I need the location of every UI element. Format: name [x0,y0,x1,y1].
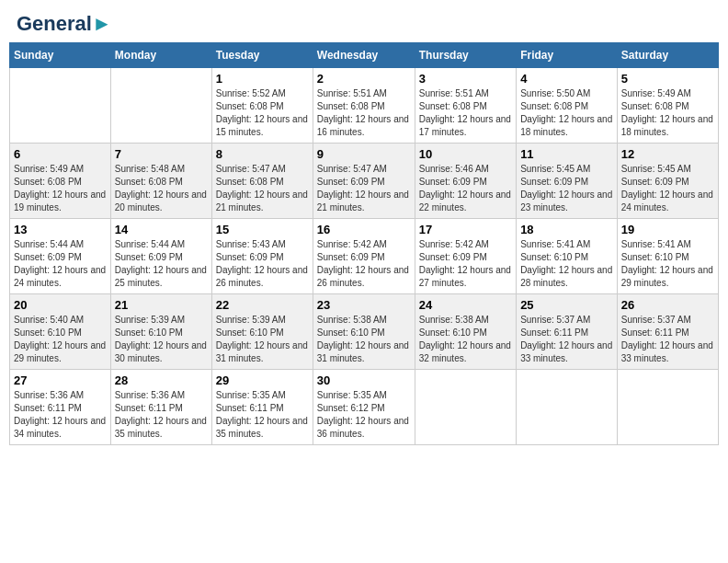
day-info: Sunrise: 5:51 AMSunset: 6:08 PMDaylight:… [419,87,512,139]
day-number: 14 [115,223,208,236]
day-number: 23 [317,298,411,312]
weekday-header-sunday: Sunday [10,43,111,68]
weekday-header-tuesday: Tuesday [211,43,313,68]
day-number: 4 [520,72,613,86]
calendar-cell [10,68,111,144]
calendar-cell: 16Sunrise: 5:42 AMSunset: 6:09 PMDayligh… [313,219,415,294]
calendar-cell: 30Sunrise: 5:35 AMSunset: 6:12 PMDayligh… [313,370,415,445]
day-info: Sunrise: 5:44 AMSunset: 6:09 PMDaylight:… [14,238,107,290]
day-number: 13 [14,223,107,236]
day-number: 25 [520,298,613,312]
calendar-cell: 6Sunrise: 5:49 AMSunset: 6:08 PMDaylight… [10,144,111,219]
day-info: Sunrise: 5:41 AMSunset: 6:10 PMDaylight:… [621,238,714,290]
calendar-week-4: 20Sunrise: 5:40 AMSunset: 6:10 PMDayligh… [10,294,719,370]
day-info: Sunrise: 5:38 AMSunset: 6:10 PMDaylight:… [419,314,512,365]
day-number: 30 [317,373,411,387]
day-info: Sunrise: 5:39 AMSunset: 6:10 PMDaylight:… [216,314,309,365]
day-number: 3 [419,72,512,86]
calendar-week-5: 27Sunrise: 5:36 AMSunset: 6:11 PMDayligh… [10,370,719,445]
day-info: Sunrise: 5:43 AMSunset: 6:09 PMDaylight:… [216,238,309,290]
calendar-cell: 21Sunrise: 5:39 AMSunset: 6:10 PMDayligh… [110,294,211,370]
day-info: Sunrise: 5:42 AMSunset: 6:09 PMDaylight:… [419,238,512,290]
calendar-cell: 19Sunrise: 5:41 AMSunset: 6:10 PMDayligh… [617,219,718,294]
calendar-cell [517,370,618,445]
calendar-cell: 28Sunrise: 5:36 AMSunset: 6:11 PMDayligh… [110,370,211,445]
day-info: Sunrise: 5:35 AMSunset: 6:12 PMDaylight:… [317,389,411,441]
day-number: 5 [621,72,714,86]
day-info: Sunrise: 5:36 AMSunset: 6:11 PMDaylight:… [115,389,208,441]
page-header: General► [9,9,719,35]
calendar-cell: 2Sunrise: 5:51 AMSunset: 6:08 PMDaylight… [313,68,415,144]
calendar-cell: 26Sunrise: 5:37 AMSunset: 6:11 PMDayligh… [617,294,718,370]
calendar-cell: 10Sunrise: 5:46 AMSunset: 6:09 PMDayligh… [415,144,516,219]
calendar-cell: 9Sunrise: 5:47 AMSunset: 6:09 PMDaylight… [313,144,415,219]
calendar-cell: 18Sunrise: 5:41 AMSunset: 6:10 PMDayligh… [517,219,618,294]
day-info: Sunrise: 5:36 AMSunset: 6:11 PMDaylight:… [14,389,107,441]
calendar-cell: 29Sunrise: 5:35 AMSunset: 6:11 PMDayligh… [211,370,313,445]
day-number: 17 [419,223,512,236]
day-number: 21 [115,298,208,312]
day-number: 15 [216,223,309,236]
day-number: 8 [216,147,309,161]
day-number: 9 [317,147,411,161]
calendar-cell: 4Sunrise: 5:50 AMSunset: 6:08 PMDaylight… [517,68,618,144]
weekday-header-friday: Friday [517,43,618,68]
day-info: Sunrise: 5:51 AMSunset: 6:08 PMDaylight:… [317,87,411,139]
day-number: 18 [520,223,613,236]
calendar-cell: 12Sunrise: 5:45 AMSunset: 6:09 PMDayligh… [617,144,718,219]
weekday-header-row: SundayMondayTuesdayWednesdayThursdayFrid… [10,43,719,68]
calendar-cell: 1Sunrise: 5:52 AMSunset: 6:08 PMDaylight… [211,68,313,144]
day-number: 19 [621,223,714,236]
weekday-header-thursday: Thursday [415,43,516,68]
calendar-cell: 24Sunrise: 5:38 AMSunset: 6:10 PMDayligh… [415,294,516,370]
day-number: 27 [14,373,107,387]
day-info: Sunrise: 5:42 AMSunset: 6:09 PMDaylight:… [317,238,411,290]
calendar-cell: 17Sunrise: 5:42 AMSunset: 6:09 PMDayligh… [415,219,516,294]
calendar-table: SundayMondayTuesdayWednesdayThursdayFrid… [9,42,719,445]
calendar-cell [415,370,516,445]
day-number: 6 [14,147,107,161]
day-number: 11 [520,147,613,161]
day-number: 16 [317,223,411,236]
day-info: Sunrise: 5:38 AMSunset: 6:10 PMDaylight:… [317,314,411,365]
day-info: Sunrise: 5:35 AMSunset: 6:11 PMDaylight:… [216,389,309,441]
day-number: 12 [621,147,714,161]
calendar-cell [110,68,211,144]
calendar-cell: 14Sunrise: 5:44 AMSunset: 6:09 PMDayligh… [110,219,211,294]
calendar-cell: 13Sunrise: 5:44 AMSunset: 6:09 PMDayligh… [10,219,111,294]
day-info: Sunrise: 5:44 AMSunset: 6:09 PMDaylight:… [115,238,208,290]
day-number: 10 [419,147,512,161]
day-number: 26 [621,298,714,312]
calendar-cell [617,370,718,445]
calendar-week-1: 1Sunrise: 5:52 AMSunset: 6:08 PMDaylight… [10,68,719,144]
day-info: Sunrise: 5:49 AMSunset: 6:08 PMDaylight:… [621,87,714,139]
day-number: 1 [216,72,309,86]
day-info: Sunrise: 5:37 AMSunset: 6:11 PMDaylight:… [520,314,613,365]
calendar-cell: 23Sunrise: 5:38 AMSunset: 6:10 PMDayligh… [313,294,415,370]
day-info: Sunrise: 5:39 AMSunset: 6:10 PMDaylight:… [115,314,208,365]
calendar-cell: 11Sunrise: 5:45 AMSunset: 6:09 PMDayligh… [517,144,618,219]
calendar-cell: 8Sunrise: 5:47 AMSunset: 6:08 PMDaylight… [211,144,313,219]
calendar-week-3: 13Sunrise: 5:44 AMSunset: 6:09 PMDayligh… [10,219,719,294]
day-number: 22 [216,298,309,312]
day-info: Sunrise: 5:45 AMSunset: 6:09 PMDaylight:… [520,163,613,214]
day-info: Sunrise: 5:48 AMSunset: 6:08 PMDaylight:… [115,163,208,214]
calendar-week-2: 6Sunrise: 5:49 AMSunset: 6:08 PMDaylight… [10,144,719,219]
day-info: Sunrise: 5:47 AMSunset: 6:09 PMDaylight:… [317,163,411,214]
calendar-cell: 15Sunrise: 5:43 AMSunset: 6:09 PMDayligh… [211,219,313,294]
day-number: 2 [317,72,411,86]
day-number: 29 [216,373,309,387]
calendar-cell: 7Sunrise: 5:48 AMSunset: 6:08 PMDaylight… [110,144,211,219]
logo-text: General► [17,13,112,35]
day-info: Sunrise: 5:47 AMSunset: 6:08 PMDaylight:… [216,163,309,214]
day-info: Sunrise: 5:50 AMSunset: 6:08 PMDaylight:… [520,87,613,139]
day-info: Sunrise: 5:46 AMSunset: 6:09 PMDaylight:… [419,163,512,214]
calendar-cell: 25Sunrise: 5:37 AMSunset: 6:11 PMDayligh… [517,294,618,370]
day-info: Sunrise: 5:37 AMSunset: 6:11 PMDaylight:… [621,314,714,365]
day-info: Sunrise: 5:52 AMSunset: 6:08 PMDaylight:… [216,87,309,139]
calendar-cell: 27Sunrise: 5:36 AMSunset: 6:11 PMDayligh… [10,370,111,445]
day-number: 7 [115,147,208,161]
day-info: Sunrise: 5:45 AMSunset: 6:09 PMDaylight:… [621,163,714,214]
weekday-header-wednesday: Wednesday [313,43,415,68]
logo: General► [17,13,112,31]
